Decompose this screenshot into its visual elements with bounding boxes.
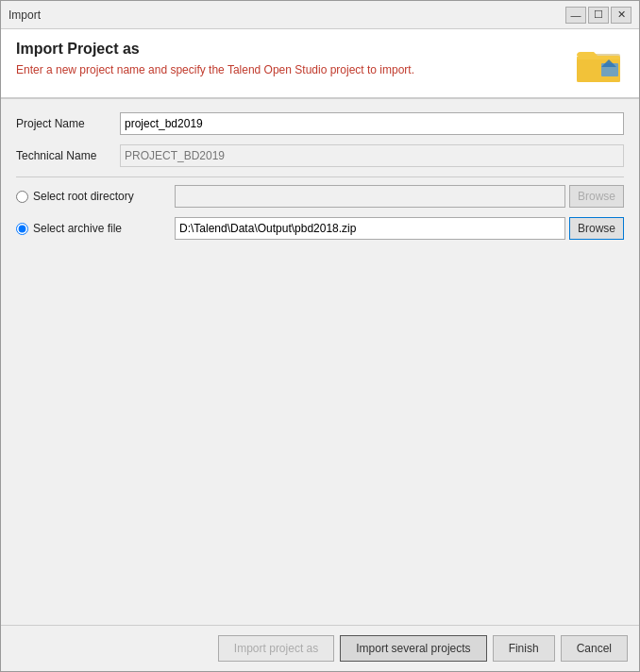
technical-name-input bbox=[120, 144, 624, 167]
title-bar-text: Import bbox=[8, 8, 41, 22]
technical-name-label: Technical Name bbox=[16, 149, 120, 162]
dialog-title: Import Project as bbox=[16, 41, 575, 58]
archive-file-label: Select archive file bbox=[33, 222, 122, 235]
archive-file-radio[interactable] bbox=[16, 223, 28, 235]
archive-file-input[interactable] bbox=[175, 217, 565, 240]
import-several-projects-button[interactable]: Import several projects bbox=[340, 635, 486, 662]
root-directory-input bbox=[175, 185, 565, 208]
dialog-window: Import — ☐ ✕ Import Project as Enter a n… bbox=[0, 0, 640, 672]
title-bar-buttons: — ☐ ✕ bbox=[565, 7, 632, 24]
root-radio-label-area: Select root directory bbox=[16, 190, 175, 203]
restore-button[interactable]: ☐ bbox=[588, 7, 609, 24]
title-bar: Import — ☐ ✕ bbox=[1, 1, 639, 29]
header-section: Import Project as Enter a new project na… bbox=[1, 29, 639, 99]
header-text-area: Import Project as Enter a new project na… bbox=[16, 41, 575, 76]
separator bbox=[16, 176, 624, 177]
project-name-input[interactable] bbox=[120, 112, 624, 135]
finish-button[interactable]: Finish bbox=[493, 635, 555, 662]
cancel-button[interactable]: Cancel bbox=[561, 635, 628, 662]
button-bar: Import project as Import several project… bbox=[1, 625, 639, 671]
dialog-subtitle: Enter a new project name and specify the… bbox=[16, 63, 575, 76]
root-directory-radio[interactable] bbox=[16, 191, 28, 203]
root-field-area: Browse bbox=[175, 185, 624, 208]
root-directory-label: Select root directory bbox=[33, 190, 134, 203]
archive-radio-label-area: Select archive file bbox=[16, 222, 175, 235]
archive-browse-button[interactable]: Browse bbox=[569, 217, 624, 240]
project-name-row: Project Name bbox=[16, 112, 624, 135]
close-button[interactable]: ✕ bbox=[611, 7, 632, 24]
project-name-label: Project Name bbox=[16, 117, 120, 130]
root-directory-row: Select root directory Browse bbox=[16, 185, 624, 208]
folder-icon bbox=[575, 41, 624, 86]
archive-field-area: Browse bbox=[175, 217, 624, 240]
root-browse-button: Browse bbox=[569, 185, 624, 208]
technical-name-row: Technical Name bbox=[16, 144, 624, 167]
form-section: Project Name Technical Name Select root … bbox=[1, 99, 639, 625]
minimize-button[interactable]: — bbox=[565, 7, 586, 24]
import-project-as-button[interactable]: Import project as bbox=[218, 635, 334, 662]
dialog-content: Import Project as Enter a new project na… bbox=[1, 29, 639, 671]
archive-file-row: Select archive file Browse bbox=[16, 217, 624, 240]
